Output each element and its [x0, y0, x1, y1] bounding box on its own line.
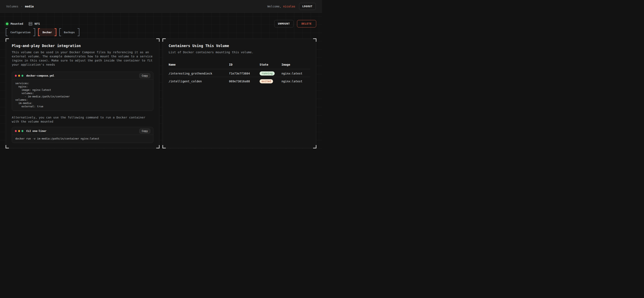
column-header-name: Name [169, 63, 229, 66]
traffic-yellow-icon [18, 75, 20, 77]
status-badge: running [260, 71, 275, 76]
column-header-id: ID [229, 63, 260, 66]
corner-mark-icon [162, 38, 166, 42]
panel-description: This volume can be used in your Docker C… [12, 50, 153, 67]
breadcrumb: Volumes › media [6, 5, 34, 8]
column-header-state: State [260, 63, 282, 66]
corner-mark-icon [162, 145, 166, 149]
traffic-green-icon [22, 75, 23, 77]
mount-status-label: Mounted [10, 22, 23, 25]
traffic-red-icon [15, 130, 17, 132]
corner-mark-icon [313, 38, 316, 42]
welcome-text: Welcome, nicolas [268, 5, 295, 8]
corner-mark-icon [156, 145, 160, 149]
column-header-image: Image [282, 63, 310, 66]
breadcrumb-current-volume: media [25, 5, 34, 8]
cli-command-code: docker run -v im-media:/path/in/containe… [15, 137, 150, 140]
code-filename: CLI one-liner [26, 129, 46, 133]
state-cell: running [260, 71, 282, 76]
breadcrumb-volumes-link[interactable]: Volumes [6, 5, 18, 8]
container-id: 069e73016a88 [229, 80, 260, 83]
code-body: services: nginx: image: nginx:latest vol… [12, 80, 153, 111]
traffic-red-icon [15, 75, 17, 77]
container-image: nginx:latest [282, 72, 310, 75]
bracket-right-icon [33, 28, 35, 36]
state-cell: exited [260, 79, 282, 83]
panel-title: Containers Using This Volume [169, 44, 310, 48]
code-block-header: CLI one-liner Copy [12, 127, 153, 135]
corner-mark-icon [156, 38, 160, 42]
table-header-row: Name ID State Image [169, 61, 310, 69]
traffic-lights [15, 130, 23, 132]
status-badge: exited [260, 79, 273, 83]
containers-table: Name ID State Image /interesting_grothen… [169, 61, 310, 85]
fs-type-label: NFS [34, 22, 40, 25]
corner-mark-icon [313, 145, 316, 149]
copy-cli-button[interactable]: Copy [139, 129, 150, 134]
volume-actions: UNMOUNT DELETE [274, 20, 316, 27]
bracket-left-icon [38, 28, 40, 36]
cli-intro-text: Alternatively, you can use the following… [12, 115, 153, 124]
server-icon [28, 22, 32, 26]
filesystem-type: NFS [28, 22, 40, 26]
chevron-right-icon: › [21, 5, 22, 8]
tab-bar: Configuration Docker Backups [6, 28, 316, 36]
table-row: /intelligent_colden 069e73016a88 exited … [169, 77, 310, 85]
container-id: f1e73e7f3884 [229, 72, 260, 75]
bracket-left-icon [6, 28, 8, 36]
traffic-green-icon [22, 130, 23, 132]
header-right: Welcome, nicolas LOGOUT [268, 3, 316, 10]
cli-code-block: CLI one-liner Copy docker run -v im-medi… [12, 127, 153, 143]
tab-docker[interactable]: Docker [38, 28, 56, 36]
panel-subtitle: List of Docker containers mounting this … [169, 50, 310, 54]
bracket-left-icon [59, 28, 61, 36]
username: nicolas [283, 5, 295, 8]
tab-configuration[interactable]: Configuration [6, 28, 35, 36]
main-content: Mounted NFS UNMOUNT DELETE Configuration [0, 13, 322, 149]
traffic-lights [15, 75, 23, 77]
tab-backups[interactable]: Backups [59, 28, 79, 36]
code-filename: docker-compose.yml [26, 74, 54, 77]
bracket-right-icon [54, 28, 56, 36]
copy-compose-button[interactable]: Copy [139, 73, 150, 78]
panel-title: Plug-and-play Docker integration [12, 44, 153, 48]
container-name: /intelligent_colden [169, 80, 229, 83]
container-image: nginx:latest [282, 80, 310, 83]
compose-yaml-code: services: nginx: image: nginx:latest vol… [15, 82, 150, 108]
tab-label: Configuration [10, 31, 30, 34]
traffic-yellow-icon [18, 130, 20, 132]
logout-button[interactable]: LOGOUT [299, 3, 316, 10]
tab-label: Docker [42, 31, 52, 34]
mount-status: Mounted [6, 22, 23, 25]
welcome-label: Welcome, [268, 5, 281, 8]
volume-status-row: Mounted NFS UNMOUNT DELETE [6, 13, 316, 28]
compose-code-block: docker-compose.yml Copy services: nginx:… [12, 72, 153, 111]
tab-label: Backups [64, 31, 75, 34]
unmount-button[interactable]: UNMOUNT [274, 20, 294, 27]
mounted-status-dot-icon [6, 22, 8, 25]
delete-button[interactable]: DELETE [297, 20, 316, 27]
container-name: /interesting_grothendieck [169, 72, 229, 75]
bracket-right-icon [78, 28, 79, 36]
code-block-header: docker-compose.yml Copy [12, 72, 153, 80]
code-body: docker run -v im-media:/path/in/containe… [12, 135, 153, 143]
table-row: /interesting_grothendieck f1e73e7f3884 r… [169, 69, 310, 77]
top-bar: Volumes › media Welcome, nicolas LOGOUT [0, 0, 322, 13]
docker-integration-panel: Plug-and-play Docker integration This vo… [6, 39, 159, 148]
panels-row: Plug-and-play Docker integration This vo… [6, 39, 316, 148]
containers-panel: Containers Using This Volume List of Doc… [163, 39, 316, 148]
status-indicators: Mounted NFS [6, 22, 40, 26]
corner-mark-icon [6, 38, 9, 42]
corner-mark-icon [6, 145, 9, 149]
